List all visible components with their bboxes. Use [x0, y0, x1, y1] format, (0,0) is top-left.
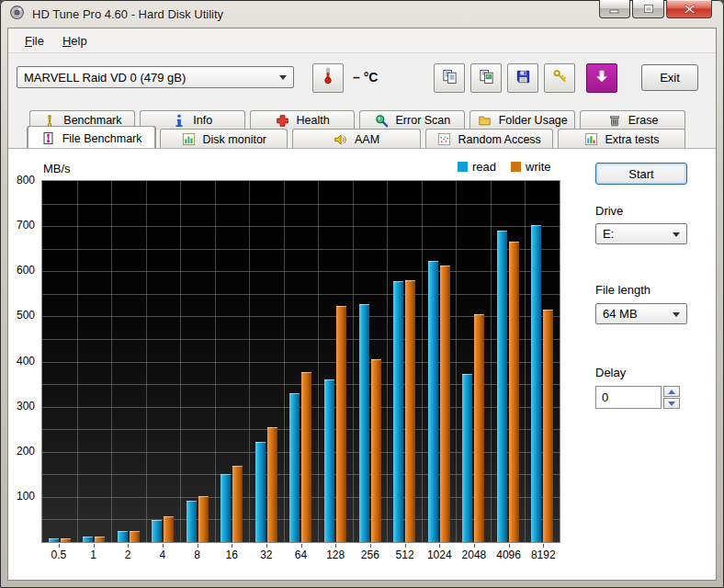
close-button[interactable]: [666, 0, 712, 18]
trash-icon: [607, 113, 622, 128]
read-bar-1: [83, 537, 93, 542]
y-tick-label: 100: [0, 490, 35, 503]
category-slot-2: [111, 181, 146, 542]
delay-spinner: [663, 386, 680, 409]
save-button[interactable]: [507, 63, 538, 93]
read-bar-512: [393, 281, 403, 542]
read-bar-128: [324, 379, 334, 542]
exit-button[interactable]: Exit: [641, 64, 698, 91]
file-length-label: File length: [595, 283, 650, 297]
tick-mark: [474, 544, 475, 548]
category-slot-128: [318, 181, 353, 542]
y-tick-label: 500: [0, 309, 35, 322]
copy-text-button[interactable]: [434, 63, 465, 93]
disk-monitor-icon: [182, 132, 197, 147]
category-slot-1: [77, 181, 112, 542]
delay-label: Delay: [595, 366, 626, 379]
read-bar-1024: [428, 261, 438, 542]
copy-image-button[interactable]: [470, 63, 502, 93]
write-bar-4: [164, 516, 174, 542]
tab-aam[interactable]: AAM: [292, 129, 420, 149]
options-button[interactable]: [544, 63, 575, 93]
tick-mark: [94, 544, 95, 548]
legend-label: read: [472, 160, 496, 174]
x-tick-label-4: 4: [145, 544, 180, 566]
write-bar-16: [232, 466, 243, 542]
tick-mark: [335, 544, 336, 548]
spinner-up-icon: [668, 390, 675, 394]
tab-extra-tests[interactable]: Extra tests: [558, 129, 685, 149]
tab-label: Erase: [628, 114, 659, 127]
category-slot-0.5: [42, 181, 77, 542]
tab-label: Disk monitor: [203, 133, 266, 146]
read-bar-64: [289, 393, 300, 542]
info-icon: [172, 113, 187, 128]
drive-select-value: E:: [603, 227, 614, 241]
x-tick-label-64: 64: [284, 544, 319, 566]
tab-label: AAM: [355, 133, 379, 146]
write-bar-256: [371, 359, 381, 542]
category-slot-512: [387, 181, 422, 542]
write-bar-0.5: [61, 538, 71, 542]
temperature-readout: – °C: [353, 70, 378, 85]
write-bar-32: [267, 427, 277, 542]
update-button[interactable]: [586, 63, 617, 93]
write-bar-2048: [474, 314, 484, 542]
file-length-select[interactable]: 64 MB: [595, 303, 687, 324]
file-length-select-value: 64 MB: [603, 307, 638, 321]
menu-bar: FileHelp: [8, 29, 716, 53]
x-tick-label-16: 16: [214, 544, 249, 566]
tab-info[interactable]: Info: [140, 110, 245, 130]
legend-swatch-write: [511, 162, 521, 172]
tab-file-benchmark[interactable]: File Benchmark: [28, 126, 155, 150]
chart-legend: readwrite: [458, 160, 550, 174]
read-bar-8192: [531, 225, 541, 542]
x-tick-label-512: 512: [388, 544, 423, 566]
category-slot-2048: [456, 181, 491, 542]
tab-label: Folder Usage: [499, 114, 568, 127]
x-tick-label-8192: 8192: [526, 544, 560, 566]
thermometer-icon: [321, 67, 335, 89]
tab-label: Benchmark: [63, 114, 121, 127]
x-tick-label-256: 256: [353, 544, 388, 566]
maximize-button[interactable]: [632, 0, 664, 18]
tab-folder-usage[interactable]: Folder Usage: [469, 110, 575, 130]
tab-disk-monitor[interactable]: Disk monitor: [160, 129, 288, 149]
menu-help[interactable]: Help: [53, 31, 96, 51]
drive-select[interactable]: E:: [595, 223, 687, 244]
write-bar-1: [95, 537, 105, 542]
tab-random-access[interactable]: Random Access: [425, 129, 553, 149]
tick-mark: [509, 544, 510, 548]
category-slot-8: [180, 181, 215, 542]
x-tick-label-8: 8: [180, 544, 215, 566]
category-slot-8192: [525, 181, 560, 542]
spinner-up-button[interactable]: [663, 386, 680, 397]
magnifier-icon: [375, 113, 390, 128]
delay-input[interactable]: 0: [595, 386, 662, 409]
y-axis: 100200300400500600700800: [0, 180, 38, 543]
device-select[interactable]: MARVELL Raid VD 0 (479 gB): [17, 66, 294, 88]
read-bar-16: [221, 474, 231, 542]
tab-erase[interactable]: Erase: [580, 110, 685, 130]
minimize-button[interactable]: [599, 0, 630, 18]
tick-mark: [543, 544, 544, 548]
category-slot-1024: [422, 181, 457, 542]
tab-label: Info: [193, 114, 212, 127]
tick-mark: [266, 544, 267, 548]
x-tick-label-1: 1: [76, 544, 111, 566]
category-slot-256: [353, 181, 388, 542]
write-bar-4096: [509, 242, 519, 542]
tick-mark: [198, 544, 198, 548]
y-axis-unit-label: MB/s: [43, 162, 71, 175]
menu-file[interactable]: File: [16, 31, 53, 51]
start-button[interactable]: Start: [595, 163, 687, 185]
x-tick-label-1024: 1024: [422, 544, 457, 566]
tab-health[interactable]: Health: [250, 110, 356, 130]
speaker-icon: [334, 132, 348, 147]
temperature-button[interactable]: [312, 63, 344, 93]
extra-tests-icon: [583, 132, 598, 147]
write-bar-64: [301, 372, 311, 542]
tab-label: Random Access: [458, 133, 541, 146]
tab-error-scan[interactable]: Error Scan: [359, 110, 465, 130]
spinner-down-button[interactable]: [663, 398, 680, 409]
